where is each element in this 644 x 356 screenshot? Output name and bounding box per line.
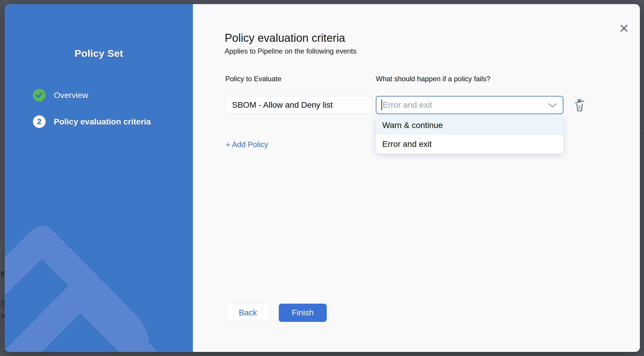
menu-item-error-exit[interactable]: Error and exit xyxy=(376,135,563,154)
check-icon xyxy=(33,89,46,102)
sidebar-step-policy-evaluation-criteria[interactable]: 2 Policy evaluation criteria xyxy=(33,115,151,128)
sidebar-step-overview[interactable]: Overview xyxy=(33,89,88,102)
step-number-badge: 2 xyxy=(33,115,46,128)
wizard-sidebar: Policy Set Overview 2 Policy evaluation … xyxy=(5,4,193,352)
text-cursor xyxy=(381,100,382,110)
trash-icon xyxy=(573,99,586,112)
delete-policy-row-button[interactable] xyxy=(572,98,587,113)
background-seam xyxy=(640,130,644,130)
step-label: Policy evaluation criteria xyxy=(54,117,151,127)
fail-action-dropdown-menu: Warn & continue Error and exit xyxy=(376,116,563,154)
policy-to-evaluate-label: Policy to Evaluate xyxy=(225,75,281,83)
dialog-title: Policy evaluation criteria xyxy=(225,32,345,44)
close-icon xyxy=(620,24,628,33)
menu-item-warn-continue[interactable]: Warn & continue xyxy=(376,116,563,135)
policy-set-modal: Policy Set Overview 2 Policy evaluation … xyxy=(5,4,640,352)
chevron-down-icon xyxy=(548,103,558,108)
brand-watermark-logo xyxy=(5,214,193,352)
back-button[interactable]: Back xyxy=(226,304,270,322)
screen: P S A Policy Set Overview 2 Policy evalu… xyxy=(0,0,644,356)
background-seam xyxy=(0,333,5,334)
dialog-subtitle: Applies to Pipeline on the following eve… xyxy=(225,47,356,55)
wizard-title: Policy Set xyxy=(5,48,193,59)
select-placeholder: Error and exit xyxy=(383,100,432,110)
close-button[interactable] xyxy=(615,19,633,37)
finish-button[interactable]: Finish xyxy=(279,304,327,322)
modal-content: Policy evaluation criteria Applies to Pi… xyxy=(193,4,640,352)
add-policy-link[interactable]: + Add Policy xyxy=(226,140,268,149)
step-label: Overview xyxy=(54,91,88,100)
policy-to-evaluate-input[interactable] xyxy=(225,96,372,114)
background-seam xyxy=(0,243,5,244)
fail-action-select[interactable]: Error and exit xyxy=(376,96,563,114)
policy-fail-action-label: What should happen if a policy fails? xyxy=(376,75,490,83)
